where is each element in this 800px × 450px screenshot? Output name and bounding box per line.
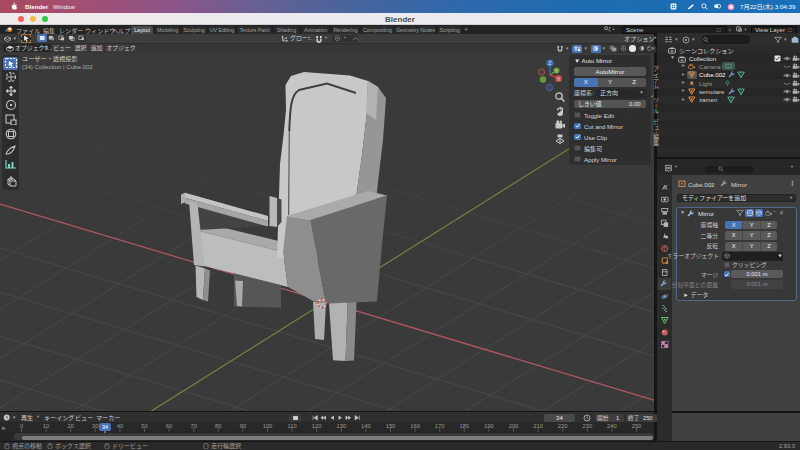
svg-text:X: X: [557, 76, 561, 82]
